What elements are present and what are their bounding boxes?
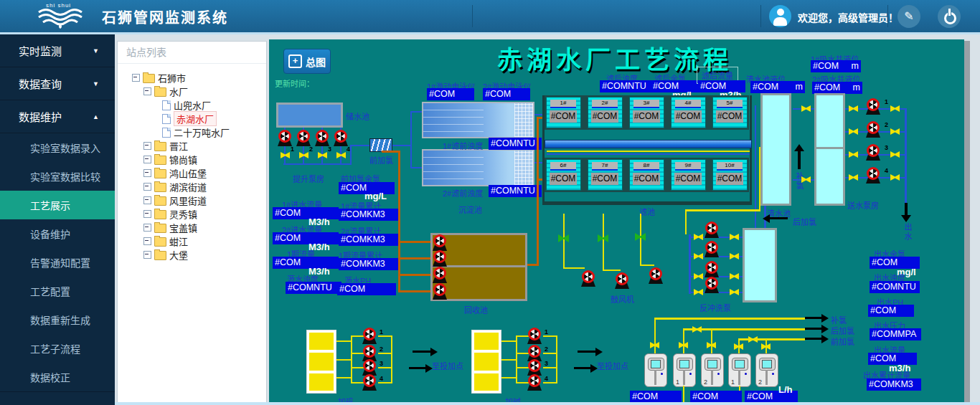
valve-icon <box>730 253 739 259</box>
tree-item-hongshanwubao[interactable]: 鸿山伍堡 <box>118 166 266 180</box>
tree-item-label[interactable]: 宝盖镇 <box>169 221 197 234</box>
tree-item-label-selected[interactable]: 赤湖水厂 <box>174 111 217 126</box>
pipe <box>905 108 907 205</box>
valve-icon <box>849 174 858 181</box>
submenu-process-display-active[interactable]: 工艺展示 <box>0 191 115 219</box>
tree-item-label[interactable]: 水厂 <box>169 85 188 98</box>
pump-number: 3 <box>545 360 548 367</box>
tree-collapse-icon[interactable] <box>143 183 151 191</box>
tree-item-jinjiang[interactable]: 晋江 <box>118 139 266 153</box>
edit-icon[interactable]: ✎ <box>897 5 920 28</box>
out-turbidity-value: #COMNTU <box>870 281 920 293</box>
pre-chlorine-arrow <box>805 338 822 340</box>
header-highlight-line <box>0 32 980 34</box>
pump-number: 1 <box>885 98 888 105</box>
well2-level-value: #COMm <box>812 82 862 94</box>
blower-icon <box>647 267 664 284</box>
device-number: 2 <box>704 378 707 386</box>
pump-icon <box>361 374 378 391</box>
value-text: #COM <box>814 82 840 93</box>
tree-item-hanjiang[interactable]: 蚶江 <box>118 234 266 248</box>
tree-collapse-icon[interactable] <box>143 142 151 150</box>
dosing-arrow <box>574 367 591 369</box>
folder-icon <box>154 142 166 151</box>
bottom-strip <box>115 402 980 405</box>
supp-chlorine-arrow-label: 补氯 <box>831 314 847 325</box>
tree-item-dabao[interactable]: 大堡 <box>118 248 266 262</box>
valve-icon <box>890 128 900 135</box>
unit-text: m <box>853 82 860 93</box>
tree-item-label[interactable]: 蚶江 <box>169 234 188 248</box>
tree-item-jinshang[interactable]: 锦尚镇 <box>118 153 266 166</box>
chevron-up-icon: ▲ <box>93 113 99 120</box>
pump-icon <box>361 328 378 344</box>
inflow1-total-value: #COMKM3 <box>339 209 400 221</box>
tree-collapse-icon[interactable] <box>143 87 151 95</box>
tree-item-label[interactable]: 灵秀镇 <box>169 207 197 221</box>
tree-item-label[interactable]: 湖滨街道 <box>169 180 207 194</box>
pipe <box>391 335 392 383</box>
tree-item-label[interactable]: 二十万吨水厂 <box>174 125 230 139</box>
pipe <box>543 367 557 368</box>
tree-item-hubin[interactable]: 湖滨街道 <box>118 180 266 194</box>
submenu-lab-data-entry[interactable]: 实验室数据录入 <box>0 133 115 162</box>
pipe <box>640 214 641 266</box>
tree-item-shishi-city[interactable]: 石狮市 <box>118 71 266 85</box>
canvas-scrollbar[interactable] <box>964 41 970 403</box>
valve-icon <box>849 151 858 158</box>
filter-unit: 1##COM <box>546 97 581 128</box>
tree-collapse-icon[interactable] <box>143 210 151 218</box>
overview-button[interactable]: + 总图 <box>283 49 331 74</box>
submenu-process-config[interactable]: 工艺配置 <box>0 277 115 305</box>
pipe <box>526 264 539 266</box>
tree-item-lingxiu[interactable]: 灵秀镇 <box>118 207 266 221</box>
sidebar-item-data-query[interactable]: 数据查询 ▼ <box>0 67 115 100</box>
file-icon <box>162 128 171 138</box>
tree-collapse-icon[interactable] <box>143 156 151 163</box>
header-divider <box>472 5 473 27</box>
sidebar-item-realtime[interactable]: 实时监测 ▼ <box>0 34 115 67</box>
submenu-alarm-notify-config[interactable]: 告警通知配置 <box>0 248 115 277</box>
after-filter-flow-label: 滤后流量 <box>702 72 733 80</box>
submenu-process-subflow[interactable]: 工艺子流程 <box>0 334 115 363</box>
submenu-device-maintenance[interactable]: 设备维护 <box>0 219 115 248</box>
pipe <box>543 353 557 354</box>
tree-collapse-icon[interactable] <box>143 251 151 259</box>
pipe <box>398 274 433 276</box>
tree-collapse-icon[interactable] <box>143 196 151 204</box>
tree-item-label[interactable]: 晋江 <box>169 139 188 153</box>
tree-item-shandou-plant[interactable]: 山兜水厂 <box>118 98 266 112</box>
sidebar-item-data-maintenance[interactable]: 数据维护 ▲ <box>0 100 115 133</box>
folder-icon <box>154 237 166 247</box>
tree-collapse-icon[interactable] <box>132 74 140 82</box>
valve-icon <box>694 253 703 259</box>
submenu-lab-data-compare[interactable]: 实验室数据比较 <box>0 162 115 191</box>
filter-row-bottom: 6##COM 7##COM 8##COM 9##COM 10##COM <box>545 158 749 192</box>
sedimentation-label: 沉淀池 <box>458 204 482 215</box>
pre-chlorination-label: 前加氯 <box>369 154 393 166</box>
tree-item-label[interactable]: 锦尚镇 <box>169 153 197 166</box>
outflow-label: 出水 <box>902 223 913 242</box>
outflow-arrow <box>905 203 908 216</box>
tree-item-label[interactable]: 山兜水厂 <box>174 98 211 112</box>
power-icon[interactable] <box>938 5 961 28</box>
tree-item-label[interactable]: 石狮市 <box>158 71 186 85</box>
tree-item-fengli[interactable]: 风里街道 <box>118 194 266 207</box>
submenu-data-correction[interactable]: 数据校正 <box>0 363 115 392</box>
tree-collapse-icon[interactable] <box>143 169 151 177</box>
tree-item-waterworks[interactable]: 水厂 <box>118 85 266 98</box>
tree-collapse-icon[interactable] <box>143 237 151 245</box>
submenu-data-regenerate[interactable]: 数据重新生成 <box>0 305 115 334</box>
tree-item-label[interactable]: 大堡 <box>169 248 188 262</box>
tree-item-label[interactable]: 鸿山伍堡 <box>169 166 207 180</box>
tree-collapse-icon[interactable] <box>143 224 151 232</box>
phase1-flow-total-value: #COMKM3 <box>339 258 400 270</box>
user-avatar[interactable] <box>769 5 791 27</box>
chlorinator-device: 2 <box>755 353 778 387</box>
tree-item-200k-ton-plant[interactable]: 二十万吨水厂 <box>118 125 266 139</box>
tree-item-chihu-plant-selected[interactable]: 赤湖水厂 <box>118 112 266 125</box>
sedimentation-tank-2 <box>422 149 534 186</box>
tree-item-label[interactable]: 风里街道 <box>169 194 207 207</box>
dosing-arrow <box>578 351 596 353</box>
tree-item-baogai[interactable]: 宝盖镇 <box>118 221 266 234</box>
